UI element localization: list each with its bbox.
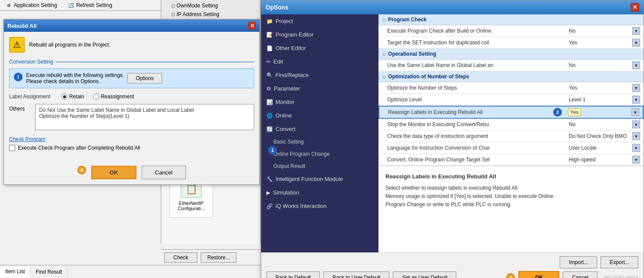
set-as-user-default-button[interactable]: Set as User Default — [393, 271, 456, 278]
options-close-button[interactable]: ✕ — [631, 3, 639, 12]
options-body: 📁 Project 📝 Program Editor 📄 Other Edito… — [261, 14, 644, 252]
nav-find-replace[interactable]: 🔍 Find/Replace — [261, 68, 378, 82]
optimization-value-1: Level 1 ▼ — [565, 94, 644, 105]
others-row: Others Do Not Use the Same Label Name in… — [9, 104, 254, 130]
checkbox-label: Execute Check Program after Completing R… — [18, 145, 140, 151]
operational-value-0: No ▼ — [565, 60, 644, 71]
check-restore-bar: Check Restore... — [161, 249, 261, 265]
network-header: □ OwnMode Setting □ IP Address Setting — [161, 0, 260, 20]
own-mode-prefix: □ — [172, 3, 175, 9]
options-cancel-button[interactable]: Cancel — [563, 271, 597, 278]
refresh-setting-item[interactable]: 🔄 Refresh Setting — [64, 1, 116, 10]
nav-parameter[interactable]: ⚙ Parameter — [261, 82, 378, 95]
optimization-value-3: No ▼ — [565, 119, 644, 130]
options-title-bar: Options ✕ — [261, 0, 644, 14]
find-result-tab[interactable]: Find Result — [30, 267, 68, 277]
rebuild-ok-button[interactable]: OK — [91, 166, 136, 179]
optimization-dropdown-4[interactable]: ▼ — [632, 132, 640, 140]
nav-online[interactable]: 🌐 Online — [261, 109, 378, 122]
nav-intelligent-function[interactable]: 🔧 Intelligent Function Module — [261, 172, 378, 186]
operational-label-0: Use the Same Label Name in Global Label … — [378, 60, 565, 70]
optimization-label-1: Optimize Level — [378, 95, 565, 104]
nav-iq-works[interactable]: 🔗 iQ Works Interaction — [261, 199, 378, 213]
optimization-value-6: High-speed ▼ — [565, 154, 644, 165]
ip-address-prefix: □ — [172, 11, 175, 17]
operational-row-0: Use the Same Label Name in Global Label … — [378, 60, 644, 71]
description-text: Select whether to reassign labels in exe… — [385, 184, 637, 209]
program-check-title: Program Check — [388, 17, 427, 23]
optimization-dropdown-1[interactable]: ▼ — [632, 96, 640, 104]
operational-section-header: □ Operational Setting — [378, 49, 644, 60]
optimization-row-1: Optimize Level Level 1 ▼ — [378, 94, 644, 106]
rebuild-body: ⚠ Rebuild all programs in the Project. C… — [4, 32, 259, 162]
optimization-label-0: Optimize the Number of Steps — [378, 83, 565, 93]
refresh-setting-icon: 🔄 — [67, 2, 74, 9]
check-program-section: Check Program Execute Check Program afte… — [9, 136, 254, 151]
program-check-dropdown-0[interactable]: ▼ — [632, 27, 640, 35]
optimization-dropdown-6[interactable]: ▼ — [632, 156, 640, 164]
optimization-dropdown-3[interactable]: ▼ — [632, 121, 640, 128]
optimization-value-4: Do Not Check Only BMO ▼ — [565, 131, 644, 142]
rebuild-footer: 4 OK Cancel — [4, 162, 259, 184]
export-button[interactable]: Export... — [601, 256, 638, 268]
rebuild-title: Rebuild All — [7, 23, 37, 29]
nav-edit[interactable]: ✏ Edit — [261, 55, 378, 68]
rebuild-title-bar: Rebuild All ✕ — [4, 20, 259, 32]
program-check-row-0: Execute Program Check after Build or Onl… — [378, 25, 644, 37]
badge-1: 1 — [268, 146, 277, 154]
options-dialog: Options ✕ 📁 Project 📝 Program Editor 📄 O… — [261, 0, 644, 278]
check-program-checkbox[interactable] — [9, 145, 15, 151]
operational-dropdown-0[interactable]: ▼ — [632, 61, 640, 69]
nav-monitor[interactable]: 📊 Monitor — [261, 95, 378, 109]
nav-convert[interactable]: 🔄 Convert — [261, 122, 378, 136]
app-setting-item[interactable]: ⚙ Application Setting — [2, 1, 60, 10]
optimization-value-0: Yes ▼ — [565, 82, 644, 94]
optimization-collapse-icon: □ — [383, 74, 385, 79]
check-program-link[interactable]: Check Program — [9, 136, 254, 142]
reassignment-radio-circle — [93, 94, 99, 100]
rebuild-cancel-button[interactable]: Cancel — [142, 166, 186, 179]
badge-2: 2 — [553, 108, 562, 117]
item-list-tab[interactable]: Item List — [0, 267, 30, 277]
optimization-row-0: Optimize the Number of Steps Yes ▼ — [378, 82, 644, 94]
rebuild-close-button[interactable]: ✕ — [248, 22, 256, 30]
operational-collapse-icon: □ — [383, 52, 385, 57]
program-check-label-0: Execute Program Check after Build or Onl… — [378, 26, 565, 36]
back-to-user-default-button[interactable]: Back to User Default — [323, 271, 389, 278]
program-check-dropdown-1[interactable]: ▼ — [632, 39, 640, 47]
back-to-default-button[interactable]: Back to Default — [266, 271, 320, 278]
check-button[interactable]: Check — [164, 252, 197, 263]
nav-output-result[interactable]: Output Result — [261, 160, 378, 172]
badge-4: 4 — [77, 166, 86, 174]
nav-basic-setting[interactable]: Basic Setting — [261, 136, 378, 148]
ip-address-label: IP Address Setting — [176, 11, 219, 17]
label-assignment-label: Label Assignment — [9, 94, 53, 100]
nav-simulation[interactable]: ▶ Simulation — [261, 186, 378, 199]
optimization-row-4: Check the data type of instruction argum… — [378, 131, 644, 142]
own-mode-item[interactable]: □ OwnMode Setting — [165, 1, 257, 10]
badge-1-overlay: 1 — [268, 146, 277, 154]
program-check-row-1: Target the SET instruction for duplicate… — [378, 37, 644, 49]
reassignment-radio[interactable]: Reassignment — [93, 94, 134, 100]
label-assignment-radio-group: Retain Reassignment — [61, 94, 134, 100]
nav-project[interactable]: 📁 Project — [261, 14, 378, 28]
nav-program-editor[interactable]: 📝 Program Editor — [261, 28, 378, 41]
restore-button[interactable]: Restore... — [201, 252, 236, 263]
optimization-row-2-highlighted[interactable]: Reassign Labels in Executing Rebuild All… — [378, 106, 644, 119]
app-setting-icon: ⚙ — [5, 2, 12, 9]
reassign-labels-dropdown[interactable]: ▼ — [631, 108, 639, 116]
nav-online-program-change[interactable]: Online Program Change — [261, 148, 378, 160]
optimization-row-5: Language for Instruction Conversion of C… — [378, 142, 644, 154]
warning-icon: ⚠ — [9, 37, 25, 53]
options-button[interactable]: Options — [127, 73, 162, 84]
retain-radio[interactable]: Retain — [61, 94, 84, 100]
options-nav: 📁 Project 📝 Program Editor 📄 Other Edito… — [261, 14, 378, 252]
options-ok-button[interactable]: OK — [518, 271, 559, 278]
optimization-row-6: Convert, Online Program Change Target Se… — [378, 154, 644, 166]
options-content: □ Program Check Execute Program Check af… — [378, 14, 644, 252]
optimization-dropdown-0[interactable]: ▼ — [632, 84, 640, 92]
nav-other-editor[interactable]: 📄 Other Editor — [261, 41, 378, 55]
import-button[interactable]: Import... — [560, 256, 597, 268]
ip-address-item[interactable]: □ IP Address Setting — [165, 10, 257, 19]
optimization-dropdown-5[interactable]: ▼ — [632, 144, 640, 152]
